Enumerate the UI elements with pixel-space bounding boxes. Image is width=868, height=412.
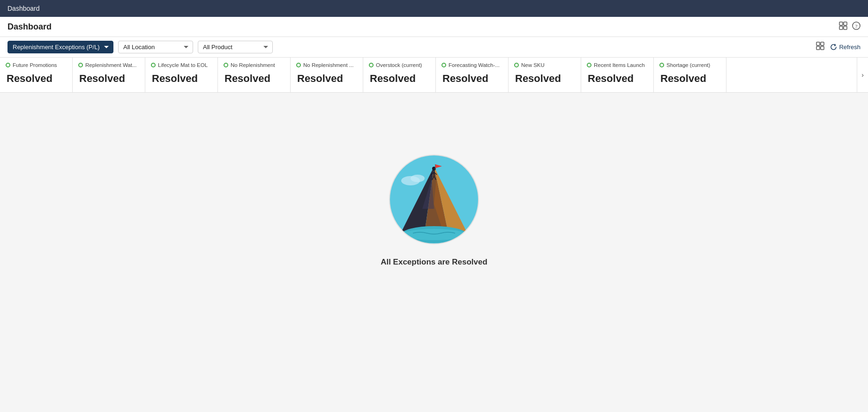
exception-card-2[interactable]: Lifecycle Mat to EOL Resolved [145,58,218,92]
exception-card-5[interactable]: Overstock (current) Resolved [363,58,436,92]
status-dot [151,63,156,67]
card-label: New SKU [521,62,545,68]
card-value: Resolved [587,73,634,85]
card-value: Resolved [151,73,198,85]
card-header: Forecasting Watch-... [441,62,502,68]
refresh-button[interactable]: Refresh [830,44,861,51]
card-header: Lifecycle Mat to EOL [151,62,212,68]
svg-rect-0 [839,22,843,25]
card-value: Resolved [369,73,416,85]
exception-card-4[interactable]: No Replenishment ... Resolved [291,58,363,92]
card-label: Replenishment Wat... [85,62,137,68]
cards-container: Future Promotions Resolved Replenishment… [0,58,868,93]
card-label: No Replenishment ... [303,62,353,68]
svg-rect-2 [839,26,843,29]
svg-rect-1 [844,22,847,25]
status-dot [441,63,446,67]
status-dot [587,63,591,67]
grid-view-button[interactable] [816,42,824,52]
replenishment-filter[interactable]: Replenishment Exceptions (P/L) [7,41,113,53]
svg-rect-3 [844,26,847,29]
card-header: No Replenishment ... [296,62,357,68]
card-header: No Replenishment [224,62,284,68]
svg-rect-7 [821,42,824,45]
page-title: Dashboard [7,22,52,32]
product-filter[interactable]: All Product [198,41,273,53]
top-nav: Dashboard [0,0,868,17]
help-icon[interactable]: ? [852,22,861,32]
exception-card-3[interactable]: No Replenishment Resolved [218,58,291,92]
exception-card-1[interactable]: Replenishment Wat... Resolved [73,58,145,92]
page-header: Dashboard ? [0,17,868,37]
svg-point-20 [401,229,467,240]
card-header: New SKU [514,62,575,68]
status-dot [6,63,10,67]
status-dot [224,63,228,67]
card-value: Resolved [78,73,125,85]
svg-text:?: ? [855,23,858,29]
svg-rect-9 [821,46,824,50]
card-value: Resolved [6,73,52,85]
exception-card-9[interactable]: Shortage (current) Resolved [654,58,726,92]
status-dot [514,63,519,67]
card-value: Resolved [514,73,561,85]
card-value: Resolved [441,73,488,85]
card-value: Resolved [224,73,270,85]
status-dot [78,63,83,67]
resolved-message: All Exceptions are Resolved [381,258,487,267]
refresh-label: Refresh [839,44,861,51]
card-header: Future Promotions [6,62,67,68]
svg-point-13 [411,175,425,182]
status-dot [296,63,301,67]
cards-arrow-right[interactable]: › [857,58,868,92]
nav-title: Dashboard [7,5,40,12]
card-label: Future Promotions [13,62,57,68]
card-header: Recent Items Launch [587,62,648,68]
mountain-illustration [387,153,481,246]
location-filter[interactable]: All Location [118,41,193,53]
card-value: Resolved [296,73,343,85]
table-view-icon[interactable] [839,22,847,32]
svg-rect-8 [816,46,820,50]
svg-rect-6 [816,42,820,45]
card-value: Resolved [659,73,706,85]
exception-card-6[interactable]: Forecasting Watch-... Resolved [436,58,509,92]
status-dot [659,63,664,67]
card-label: Forecasting Watch-... [449,62,500,68]
exception-card-7[interactable]: New SKU Resolved [509,58,581,92]
card-header: Overstock (current) [369,62,430,68]
toolbar: Replenishment Exceptions (P/L) All Locat… [0,37,868,58]
main-content: All Exceptions are Resolved [0,93,868,327]
exception-card-0[interactable]: Future Promotions Resolved [0,58,73,92]
card-label: Overstock (current) [376,62,422,68]
card-label: Lifecycle Mat to EOL [158,62,208,68]
status-dot [369,63,374,67]
card-label: Shortage (current) [666,62,710,68]
card-header: Shortage (current) [659,62,720,68]
card-label: Recent Items Launch [594,62,645,68]
card-label: No Replenishment [231,62,275,68]
card-header: Replenishment Wat... [78,62,139,68]
exception-card-8[interactable]: Recent Items Launch Resolved [581,58,654,92]
